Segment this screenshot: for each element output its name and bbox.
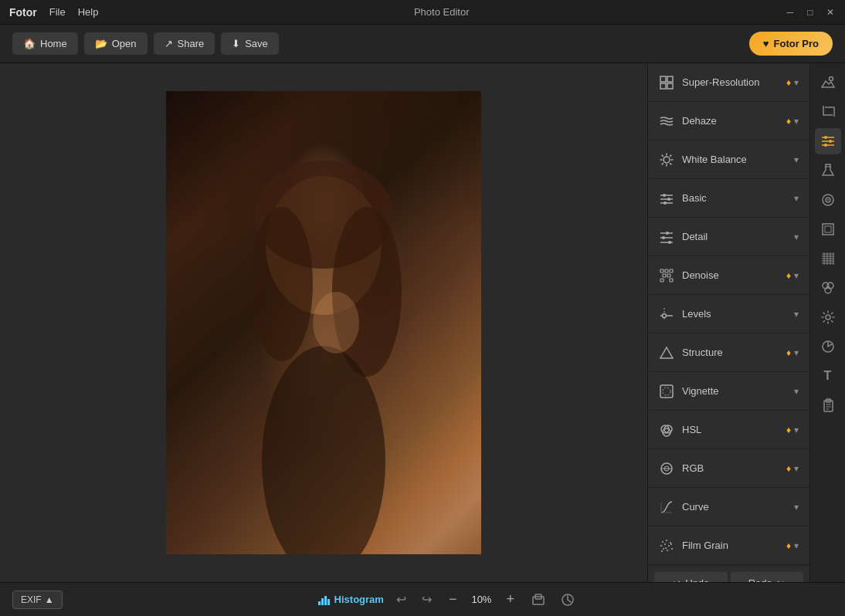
film-grain-chevron-icon: ▾ [794,540,799,551]
save-icon: ⬇ [232,38,240,49]
zoom-value: 10% [467,594,495,605]
title-bar: Fotor File Help Photo Editor ─ □ ✕ [0,0,845,25]
panel-item-super-resolution[interactable]: Super-Resolution ♦ ▾ [648,63,809,102]
menu-file[interactable]: File [49,6,66,18]
sticker-tool[interactable] [815,333,841,360]
adjust-tool[interactable] [815,128,841,154]
panel-item-basic[interactable]: Basic ▾ [648,179,809,218]
levels-actions: ▾ [794,309,799,320]
undo-redo-bar: ↩ Undo Redo ↪ [648,565,809,582]
canvas-area[interactable] [0,63,647,582]
main-content: Super-Resolution ♦ ▾ Dehaze ♦ ▾ White Ba… [0,63,845,582]
basic-label: Basic [682,192,786,204]
white-balance-label: White Balance [682,154,786,165]
svg-point-44 [666,540,667,541]
film-grain-pro-icon: ♦ [786,540,791,551]
svg-point-31 [663,313,667,317]
frame-tool[interactable] [815,216,841,242]
panel-item-dehaze[interactable]: Dehaze ♦ ▾ [648,102,809,140]
title-bar-left: Fotor File Help [9,6,98,19]
denoise-icon [659,268,674,283]
vignette-icon [659,384,674,399]
svg-point-6 [313,292,359,354]
fit-button[interactable] [528,590,548,610]
exif-button[interactable]: EXIF ▲ [12,591,63,609]
svg-point-55 [829,77,833,81]
fotor-pro-button[interactable]: ♥ Fotor Pro [749,32,833,56]
svg-rect-88 [533,597,544,604]
share-icon: ↗ [165,38,173,49]
detail-chevron-icon: ▾ [794,232,799,242]
panel-item-levels[interactable]: Levels ▾ [648,295,809,333]
flask-tool[interactable] [815,157,841,184]
share-button[interactable]: ↗ Share [154,32,215,55]
panel-item-structure[interactable]: Structure ♦ ▾ [648,333,809,372]
histogram-button[interactable]: Histogram [317,594,384,606]
history-button[interactable] [558,590,578,610]
panel-item-hsl[interactable]: HSL ♦ ▾ [648,411,809,449]
close-button[interactable]: ✕ [825,7,836,18]
svg-point-13 [663,194,666,197]
svg-rect-87 [327,599,330,605]
menu-help[interactable]: Help [78,6,99,18]
detail-icon [659,229,674,245]
maximize-button[interactable]: □ [805,7,816,18]
redo-button[interactable]: Redo ↪ [731,572,804,582]
retouch-tool[interactable] [815,187,841,213]
minimize-button[interactable]: ─ [785,7,796,18]
svg-rect-30 [670,279,673,282]
white-balance-chevron-icon: ▾ [794,154,799,165]
hsl-chevron-icon: ▾ [794,425,799,435]
open-button[interactable]: 📂 Open [84,32,148,55]
icon-toolbar: T [809,63,845,582]
panel-items-container: Super-Resolution ♦ ▾ Dehaze ♦ ▾ White Ba… [648,63,809,565]
photo-container [166,91,481,554]
redo-history-button[interactable]: ↪ [419,589,435,610]
white-balance-actions: ▾ [794,154,799,165]
panel-item-vignette[interactable]: Vignette ▾ [648,372,809,411]
dehaze-pro-icon: ♦ [786,116,791,127]
hsl-icon [659,422,674,438]
clipboard-tool[interactable] [815,392,841,418]
svg-rect-9 [660,83,666,89]
super-resolution-pro-icon: ♦ [786,77,791,88]
svg-point-48 [668,545,670,547]
svg-rect-84 [318,601,321,605]
filter-tool[interactable] [815,275,841,301]
save-button[interactable]: ⬇ Save [221,32,279,55]
svg-rect-28 [667,274,670,277]
svg-rect-25 [665,269,668,272]
svg-point-54 [665,547,667,549]
denoise-chevron-icon: ▾ [794,270,799,281]
panel-item-curve[interactable]: Curve ▾ [648,488,809,526]
crop-tool[interactable] [815,99,841,125]
svg-rect-8 [667,76,673,82]
svg-point-62 [827,199,829,201]
zoom-in-button[interactable]: + [501,590,519,609]
dehaze-chevron-icon: ▾ [794,116,799,127]
text-tool[interactable]: T [815,363,841,389]
curve-actions: ▾ [794,502,799,513]
undo-icon: ↩ [396,593,406,606]
panel-item-film-grain[interactable]: Film Grain ♦ ▾ [648,526,809,565]
home-button[interactable]: 🏠 Home [12,32,78,55]
panel-item-detail[interactable]: Detail ▾ [648,218,809,256]
app-name: Fotor [9,6,37,19]
svg-rect-63 [823,224,833,235]
structure-icon [659,345,674,360]
settings-tool[interactable] [815,304,841,330]
undo-history-button[interactable]: ↩ [393,589,409,610]
undo-button[interactable]: ↩ Undo [654,572,728,582]
texture-tool[interactable] [815,245,841,272]
basic-icon [659,191,674,206]
panel-item-white-balance[interactable]: White Balance ▾ [648,140,809,179]
landscape-tool[interactable] [815,69,841,96]
zoom-out-button[interactable]: − [444,590,462,609]
svg-point-43 [662,541,663,543]
detail-actions: ▾ [794,232,799,242]
svg-point-46 [660,545,662,547]
bottom-center: Histogram ↩ ↪ − 10% + [317,589,578,610]
panel-item-rgb[interactable]: RGB ♦ ▾ [648,449,809,488]
film-grain-label: Film Grain [682,540,779,551]
panel-item-denoise[interactable]: Denoise ♦ ▾ [648,256,809,295]
